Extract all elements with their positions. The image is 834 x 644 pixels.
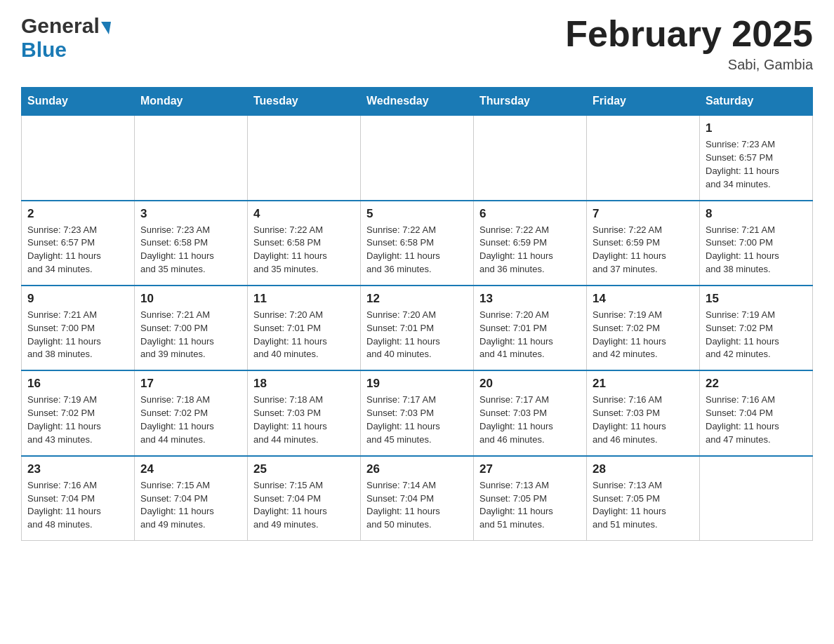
day-cell: 1Sunrise: 7:23 AM Sunset: 6:57 PM Daylig… [700,115,813,200]
day-info: Sunrise: 7:22 AM Sunset: 6:58 PM Dayligh… [366,224,468,276]
day-number: 24 [140,462,241,476]
day-number: 1 [706,121,807,135]
day-cell: 13Sunrise: 7:20 AM Sunset: 7:01 PM Dayli… [474,286,587,370]
day-info: Sunrise: 7:16 AM Sunset: 7:04 PM Dayligh… [27,479,128,532]
day-cell: 22Sunrise: 7:16 AM Sunset: 7:04 PM Dayli… [700,370,813,455]
day-info: Sunrise: 7:22 AM Sunset: 6:59 PM Dayligh… [593,224,694,276]
day-info: Sunrise: 7:22 AM Sunset: 6:58 PM Dayligh… [253,224,355,276]
day-cell: 14Sunrise: 7:19 AM Sunset: 7:02 PM Dayli… [587,286,700,370]
week-row-3: 9Sunrise: 7:21 AM Sunset: 7:00 PM Daylig… [22,286,813,370]
logo-general-text: General [21,14,100,38]
week-row-5: 23Sunrise: 7:16 AM Sunset: 7:04 PM Dayli… [22,456,813,541]
calendar-header-row: SundayMondayTuesdayWednesdayThursdayFrid… [22,88,813,116]
day-info: Sunrise: 7:17 AM Sunset: 7:03 PM Dayligh… [479,394,581,446]
day-cell [700,456,813,541]
day-info: Sunrise: 7:18 AM Sunset: 7:03 PM Dayligh… [253,394,355,446]
day-cell: 7Sunrise: 7:22 AM Sunset: 6:59 PM Daylig… [587,201,700,286]
day-cell: 12Sunrise: 7:20 AM Sunset: 7:01 PM Dayli… [361,286,474,370]
week-row-2: 2Sunrise: 7:23 AM Sunset: 6:57 PM Daylig… [22,201,813,286]
logo: General Blue [21,14,111,62]
col-header-monday: Monday [135,88,248,116]
day-number: 3 [140,207,241,221]
day-number: 22 [706,377,807,391]
day-cell: 17Sunrise: 7:18 AM Sunset: 7:02 PM Dayli… [135,370,248,455]
day-cell: 20Sunrise: 7:17 AM Sunset: 7:03 PM Dayli… [474,370,587,455]
day-info: Sunrise: 7:15 AM Sunset: 7:04 PM Dayligh… [253,479,355,532]
day-cell [474,115,587,200]
day-cell: 24Sunrise: 7:15 AM Sunset: 7:04 PM Dayli… [135,456,248,541]
day-cell: 2Sunrise: 7:23 AM Sunset: 6:57 PM Daylig… [22,201,135,286]
day-number: 25 [253,462,355,476]
month-title: February 2025 [565,14,813,54]
day-info: Sunrise: 7:21 AM Sunset: 7:00 PM Dayligh… [140,309,241,361]
day-cell [248,115,361,200]
day-cell: 26Sunrise: 7:14 AM Sunset: 7:04 PM Dayli… [361,456,474,541]
day-info: Sunrise: 7:23 AM Sunset: 6:58 PM Dayligh… [140,224,241,276]
day-info: Sunrise: 7:23 AM Sunset: 6:57 PM Dayligh… [706,138,807,191]
day-cell: 5Sunrise: 7:22 AM Sunset: 6:58 PM Daylig… [361,201,474,286]
day-cell [361,115,474,200]
day-info: Sunrise: 7:13 AM Sunset: 7:05 PM Dayligh… [479,479,581,532]
week-row-4: 16Sunrise: 7:19 AM Sunset: 7:02 PM Dayli… [22,370,813,455]
day-cell: 15Sunrise: 7:19 AM Sunset: 7:02 PM Dayli… [700,286,813,370]
day-info: Sunrise: 7:23 AM Sunset: 6:57 PM Dayligh… [27,224,128,276]
day-cell: 28Sunrise: 7:13 AM Sunset: 7:05 PM Dayli… [587,456,700,541]
col-header-friday: Friday [587,88,700,116]
week-row-1: 1Sunrise: 7:23 AM Sunset: 6:57 PM Daylig… [22,115,813,200]
day-info: Sunrise: 7:21 AM Sunset: 7:00 PM Dayligh… [706,224,807,276]
day-info: Sunrise: 7:19 AM Sunset: 7:02 PM Dayligh… [706,309,807,361]
day-info: Sunrise: 7:22 AM Sunset: 6:59 PM Dayligh… [479,224,581,276]
day-info: Sunrise: 7:19 AM Sunset: 7:02 PM Dayligh… [593,309,694,361]
header: General Blue February 2025 Sabi, Gambia [21,14,813,73]
day-cell: 9Sunrise: 7:21 AM Sunset: 7:00 PM Daylig… [22,286,135,370]
day-info: Sunrise: 7:18 AM Sunset: 7:02 PM Dayligh… [140,394,241,446]
day-info: Sunrise: 7:20 AM Sunset: 7:01 PM Dayligh… [253,309,355,361]
day-cell: 16Sunrise: 7:19 AM Sunset: 7:02 PM Dayli… [22,370,135,455]
day-cell: 10Sunrise: 7:21 AM Sunset: 7:00 PM Dayli… [135,286,248,370]
col-header-saturday: Saturday [700,88,813,116]
col-header-tuesday: Tuesday [248,88,361,116]
day-number: 19 [366,377,468,391]
day-number: 20 [479,377,581,391]
day-cell: 6Sunrise: 7:22 AM Sunset: 6:59 PM Daylig… [474,201,587,286]
day-info: Sunrise: 7:17 AM Sunset: 7:03 PM Dayligh… [366,394,468,446]
day-number: 12 [366,292,468,306]
day-cell [587,115,700,200]
day-number: 11 [253,292,355,306]
col-header-thursday: Thursday [474,88,587,116]
col-header-wednesday: Wednesday [361,88,474,116]
day-number: 5 [366,207,468,221]
day-number: 23 [27,462,128,476]
day-number: 4 [253,207,355,221]
day-info: Sunrise: 7:19 AM Sunset: 7:02 PM Dayligh… [27,394,128,446]
day-number: 9 [27,292,128,306]
day-info: Sunrise: 7:13 AM Sunset: 7:05 PM Dayligh… [593,479,694,532]
day-info: Sunrise: 7:16 AM Sunset: 7:04 PM Dayligh… [706,394,807,446]
day-cell [22,115,135,200]
logo-blue-text: Blue [21,38,67,61]
day-number: 17 [140,377,241,391]
title-area: February 2025 Sabi, Gambia [565,14,813,73]
day-number: 7 [593,207,694,221]
col-header-sunday: Sunday [22,88,135,116]
day-number: 27 [479,462,581,476]
day-info: Sunrise: 7:21 AM Sunset: 7:00 PM Dayligh… [27,309,128,361]
day-info: Sunrise: 7:15 AM Sunset: 7:04 PM Dayligh… [140,479,241,532]
day-number: 14 [593,292,694,306]
day-cell: 8Sunrise: 7:21 AM Sunset: 7:00 PM Daylig… [700,201,813,286]
day-cell: 23Sunrise: 7:16 AM Sunset: 7:04 PM Dayli… [22,456,135,541]
day-info: Sunrise: 7:16 AM Sunset: 7:03 PM Dayligh… [593,394,694,446]
day-number: 18 [253,377,355,391]
day-number: 8 [706,207,807,221]
day-cell: 18Sunrise: 7:18 AM Sunset: 7:03 PM Dayli… [248,370,361,455]
day-cell: 27Sunrise: 7:13 AM Sunset: 7:05 PM Dayli… [474,456,587,541]
day-info: Sunrise: 7:14 AM Sunset: 7:04 PM Dayligh… [366,479,468,532]
day-cell: 19Sunrise: 7:17 AM Sunset: 7:03 PM Dayli… [361,370,474,455]
day-number: 15 [706,292,807,306]
day-cell [135,115,248,200]
day-number: 13 [479,292,581,306]
logo-triangle-icon [101,22,111,34]
day-number: 2 [27,207,128,221]
day-number: 16 [27,377,128,391]
day-cell: 3Sunrise: 7:23 AM Sunset: 6:58 PM Daylig… [135,201,248,286]
